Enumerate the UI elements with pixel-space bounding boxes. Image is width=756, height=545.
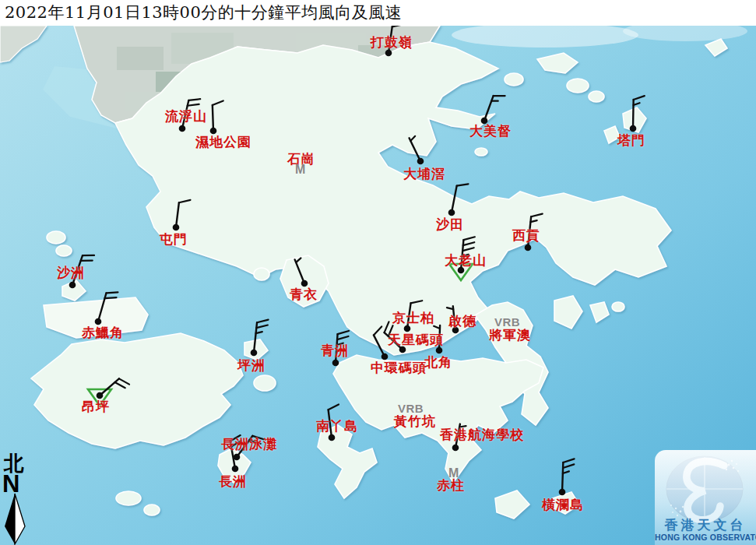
map-title: 2022年11月01日13時00分的十分鐘平均風向及風速	[5, 2, 402, 23]
station-dot	[301, 280, 308, 287]
station-dot	[69, 282, 76, 289]
station-dot	[329, 434, 336, 441]
station-dot	[95, 318, 102, 325]
hko-logo-name-zh: 香港天文台	[655, 519, 756, 532]
station-dot	[404, 325, 411, 332]
station-dot	[251, 350, 258, 357]
station-dot	[399, 346, 406, 353]
wind-map-page: 2022年11月01日13時00分的十分鐘平均風向及風速 流浮山濕地公園石崗M打…	[0, 0, 756, 545]
title-bar: 2022年11月01日13時00分的十分鐘平均風向及風速	[0, 0, 756, 26]
station-dot	[417, 158, 424, 165]
station-dot	[173, 224, 180, 231]
hko-logo: 香港天文台 HONG KONG OBSERVATORY	[655, 450, 756, 545]
station-dot	[452, 445, 459, 452]
station-dot	[559, 489, 566, 496]
station-dot	[210, 128, 217, 135]
cloud-haze	[452, 23, 638, 47]
hong-kong-map	[0, 0, 756, 545]
station-dot	[448, 209, 455, 216]
station-dot	[458, 267, 465, 274]
station-dot	[452, 327, 459, 334]
station-dot	[385, 50, 392, 57]
station-dot	[97, 392, 104, 399]
station-dot	[436, 347, 443, 354]
hko-logo-name-en: HONG KONG OBSERVATORY	[655, 533, 756, 542]
compass-north-en: N	[2, 472, 19, 496]
station-dot	[525, 244, 532, 251]
station-dot	[382, 353, 389, 360]
station-dot	[630, 125, 637, 132]
station-dot	[332, 360, 339, 367]
station-dot	[232, 466, 239, 473]
station-dot	[481, 118, 488, 125]
airport-island	[44, 297, 148, 338]
station-dot	[179, 125, 186, 132]
compass: 北 N	[0, 453, 34, 545]
